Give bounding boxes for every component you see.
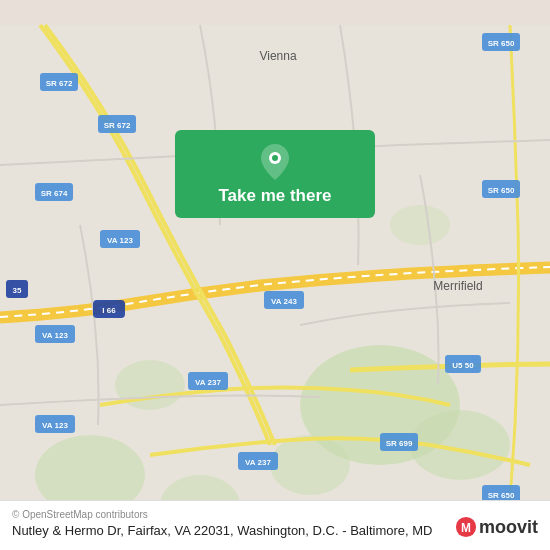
svg-text:SR 699: SR 699 xyxy=(386,439,413,448)
svg-text:VA 123: VA 123 xyxy=(107,236,133,245)
moovit-text: moovit xyxy=(479,517,538,538)
moovit-logo: M moovit xyxy=(455,516,538,538)
bottom-bar: © OpenStreetMap contributors Nutley & He… xyxy=(0,500,550,550)
svg-point-5 xyxy=(390,205,450,245)
svg-text:VA 123: VA 123 xyxy=(42,331,68,340)
svg-text:VA 237: VA 237 xyxy=(245,458,271,467)
svg-text:Merrifield: Merrifield xyxy=(433,279,482,293)
svg-text:SR 674: SR 674 xyxy=(41,189,68,198)
svg-text:SR 650: SR 650 xyxy=(488,491,515,500)
svg-text:I 66: I 66 xyxy=(102,306,116,315)
svg-point-3 xyxy=(270,435,350,495)
location-pin-icon xyxy=(261,144,289,180)
svg-text:VA 237: VA 237 xyxy=(195,378,221,387)
svg-text:35: 35 xyxy=(13,286,22,295)
svg-text:Vienna: Vienna xyxy=(259,49,296,63)
pin-icon-container xyxy=(203,144,347,180)
map-container: SR 650 SR 672 SR 672 SR 674 SR 650 VA 12… xyxy=(0,0,550,550)
svg-text:SR 650: SR 650 xyxy=(488,39,515,48)
svg-text:VA 243: VA 243 xyxy=(271,297,297,306)
svg-text:SR 650: SR 650 xyxy=(488,186,515,195)
svg-point-43 xyxy=(272,155,278,161)
take-me-there-button[interactable]: Take me there xyxy=(175,130,375,218)
svg-text:VA 123: VA 123 xyxy=(42,421,68,430)
take-me-there-label: Take me there xyxy=(218,186,331,205)
svg-text:SR 672: SR 672 xyxy=(104,121,131,130)
svg-text:M: M xyxy=(461,521,471,535)
svg-text:SR 672: SR 672 xyxy=(46,79,73,88)
moovit-icon: M xyxy=(455,516,477,538)
map-svg: SR 650 SR 672 SR 672 SR 674 SR 650 VA 12… xyxy=(0,0,550,550)
svg-text:U5 50: U5 50 xyxy=(452,361,474,370)
